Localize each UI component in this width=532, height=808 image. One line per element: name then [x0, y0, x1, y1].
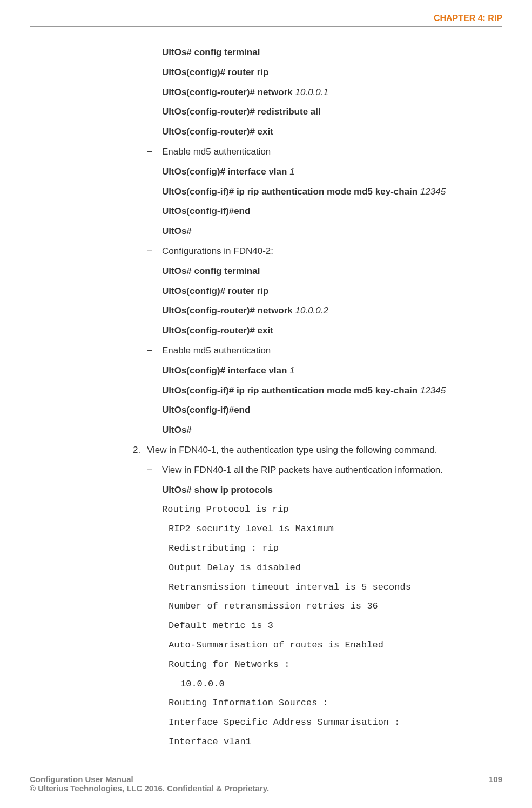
command-line: UltOs# config terminal: [162, 46, 502, 59]
list-item: − View in FDN40-1 all the RIP packets ha…: [147, 464, 502, 477]
page-header: CHAPTER 4: RIP: [30, 14, 502, 27]
command-line: UltOs# show ip protocols: [162, 484, 502, 497]
list-item: − Enable md5 authentication: [147, 145, 502, 158]
output-line: Output Delay is disabled: [162, 562, 502, 575]
command-arg: 10.0.0.2: [295, 305, 328, 316]
page-content: UltOs# config terminal UltOs(config)# ro…: [30, 46, 502, 749]
command-line: UltOs#: [162, 424, 502, 437]
output-line: Routing for Networks :: [162, 658, 502, 671]
command-line: UltOs(config)# interface vlan 1: [162, 165, 502, 178]
output-line: Auto-Summarisation of routes is Enabled: [162, 639, 502, 652]
command-line: UltOs(config-router)# network 10.0.0.1: [162, 86, 502, 99]
page-number: 109: [489, 774, 502, 793]
command-line: UltOs(config-if)# ip rip authentication …: [162, 384, 502, 397]
dash-bullet: −: [147, 464, 162, 477]
list-item: − Configurations in FDN40-2:: [147, 245, 502, 258]
command-line: UltOs(config-router)# exit: [162, 324, 502, 337]
command-line: UltOs(config-router)# exit: [162, 125, 502, 138]
command-line: UltOs(config-if)#end: [162, 205, 502, 218]
numbered-item-text: View in FDN40-1, the authentication type…: [147, 444, 502, 457]
command-arg: 12345: [420, 186, 446, 197]
command-line: UltOs# config terminal: [162, 265, 502, 278]
command-arg: 1: [289, 166, 294, 177]
output-line: Number of retransmission retries is 36: [162, 600, 502, 613]
command-line: UltOs(config)# router rip: [162, 285, 502, 298]
command-arg: 1: [289, 365, 294, 376]
output-line: Default metric is 3: [162, 619, 502, 632]
list-item-text: View in FDN40-1 all the RIP packets have…: [162, 464, 502, 477]
command-line: UltOs(config-router)# network 10.0.0.2: [162, 304, 502, 317]
output-line: Interface vlan1: [162, 736, 502, 749]
output-line: Routing Information Sources :: [162, 697, 502, 710]
list-item-text: Enable md5 authentication: [162, 145, 502, 158]
output-line: Retransmission timeout interval is 5 sec…: [162, 581, 502, 594]
dash-bullet: −: [147, 245, 162, 258]
footer-copyright: © Ulterius Technologies, LLC 2016. Confi…: [30, 784, 269, 793]
output-line: Redistributing : rip: [162, 542, 502, 555]
command-arg: 12345: [420, 385, 446, 396]
numbered-item: 2. View in FDN40-1, the authentication t…: [132, 444, 502, 457]
command-line: UltOs(config-if)#end: [162, 404, 502, 417]
command-line: UltOs(config)# router rip: [162, 66, 502, 79]
output-line: RIP2 security level is Maximum: [162, 523, 502, 536]
list-item-text: Enable md5 authentication: [162, 344, 502, 357]
item-number: 2.: [132, 444, 147, 457]
output-line: Interface Specific Address Summarisation…: [162, 716, 502, 729]
footer-left: Configuration User Manual © Ulterius Tec…: [30, 774, 269, 793]
command-line: UltOs(config-if)# ip rip authentication …: [162, 185, 502, 198]
command-line: UltOs(config)# interface vlan 1: [162, 364, 502, 377]
command-line: UltOs(config-router)# redistribute all: [162, 105, 502, 118]
list-item-text: Configurations in FDN40-2:: [162, 245, 502, 258]
dash-bullet: −: [147, 344, 162, 357]
command-line: UltOs#: [162, 225, 502, 238]
chapter-label: CHAPTER 4: RIP: [434, 14, 502, 23]
page-footer: Configuration User Manual © Ulterius Tec…: [30, 770, 502, 793]
dash-bullet: −: [147, 145, 162, 158]
command-arg: 10.0.0.1: [295, 87, 328, 97]
output-line: 10.0.0.0: [162, 678, 502, 691]
output-line: Routing Protocol is rip: [162, 503, 502, 516]
list-item: − Enable md5 authentication: [147, 344, 502, 357]
footer-title: Configuration User Manual: [30, 774, 269, 784]
